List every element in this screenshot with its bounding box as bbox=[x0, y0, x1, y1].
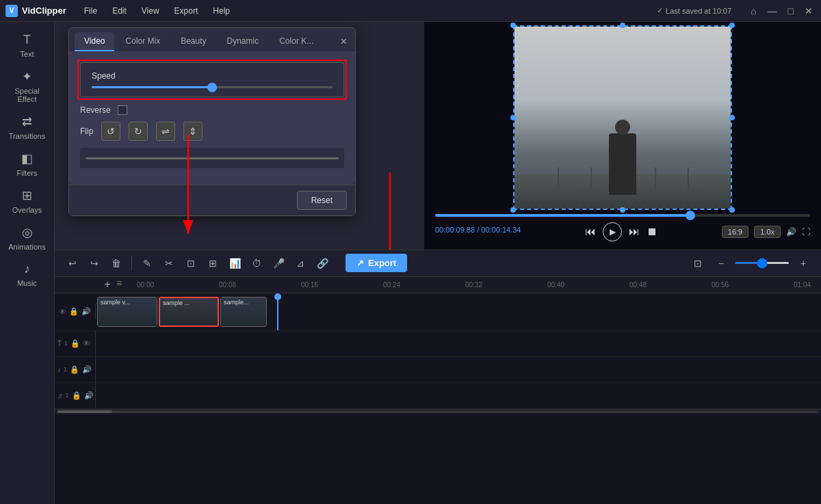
close-button[interactable]: ✕ bbox=[802, 5, 816, 16]
play-button[interactable]: ▶ bbox=[603, 222, 622, 241]
bar-chart-button[interactable]: 📊 bbox=[225, 254, 244, 273]
maximize-button[interactable]: □ bbox=[785, 5, 796, 16]
tab-dynamic[interactable]: Dynamic bbox=[218, 32, 269, 51]
scrollbar-thumb[interactable] bbox=[57, 410, 112, 413]
fullscreen-icon[interactable]: ⛶ bbox=[802, 227, 810, 237]
delete-button[interactable]: 🗑 bbox=[107, 254, 126, 273]
copy-button[interactable]: ⊞ bbox=[203, 254, 222, 273]
audio-track-icon: ♪ bbox=[57, 366, 61, 373]
tab-color-mix[interactable]: Color Mix bbox=[116, 32, 170, 51]
clip-3-label: sample... bbox=[224, 299, 249, 306]
empty-track-2-controls: ♪ 1 🔒 🔊 bbox=[55, 357, 96, 382]
sidebar-item-text[interactable]: T Text bbox=[3, 27, 51, 64]
empty-track-1-lock[interactable]: 🔒 bbox=[70, 339, 80, 348]
cut-button[interactable]: ✂ bbox=[159, 254, 179, 273]
home-icon[interactable]: ⌂ bbox=[748, 5, 759, 16]
menu-edit[interactable]: Edit bbox=[105, 5, 133, 17]
transform-button[interactable]: ⊿ bbox=[291, 254, 310, 273]
video-clip-2[interactable]: sample ... bbox=[159, 297, 219, 327]
clock-button[interactable]: ⏱ bbox=[247, 254, 266, 273]
save-status: ✓ Last saved at 10:07 bbox=[657, 6, 731, 15]
video-clip-3[interactable]: sample... bbox=[220, 297, 267, 327]
empty-track-2-audio[interactable]: 🔊 bbox=[82, 365, 92, 374]
minimize-button[interactable]: — bbox=[765, 5, 780, 16]
clip-1-label: sample v... bbox=[101, 299, 130, 306]
preview-progress-thumb[interactable] bbox=[686, 211, 695, 220]
toolbar: ↩ ↪ 🗑 ✎ ✂ ⊡ ⊞ 📊 ⏱ 🎤 ⊿ 🔗 ↗ Export ⊡ − + bbox=[55, 250, 821, 277]
link-button[interactable]: 🔗 bbox=[313, 254, 332, 273]
sidebar-item-special-effect[interactable]: ✦ Special Effect bbox=[3, 64, 51, 109]
next-frame-button[interactable]: ⏭ bbox=[629, 226, 640, 238]
playback-speed-selector[interactable]: 1.0x bbox=[754, 226, 781, 238]
rotate-ccw-button[interactable]: ↺ bbox=[101, 122, 120, 141]
reset-button[interactable]: Reset bbox=[297, 191, 347, 210]
empty-track-2-lock[interactable]: 🔒 bbox=[70, 365, 79, 374]
menu-help[interactable]: Help bbox=[206, 5, 237, 17]
preview-progress-bar[interactable] bbox=[435, 214, 810, 217]
tab-color-k[interactable]: Color K... bbox=[270, 32, 323, 51]
sidebar-item-music[interactable]: ♪ Music bbox=[3, 256, 51, 293]
empty-track-1-eye[interactable]: 👁 bbox=[83, 339, 90, 347]
stop-button[interactable]: ⏹ bbox=[647, 226, 657, 238]
fit-button[interactable]: ⊡ bbox=[688, 254, 707, 273]
menu-view[interactable]: View bbox=[135, 5, 166, 17]
panel-close-button[interactable]: × bbox=[338, 33, 350, 51]
panel-header: Video Color Mix Beauty Dynamic Color K..… bbox=[69, 28, 355, 51]
volume-icon[interactable]: 🔊 bbox=[786, 227, 796, 237]
zoom-out-button[interactable]: − bbox=[712, 254, 731, 273]
time-mark-2: 00:16 bbox=[301, 277, 318, 293]
preview-options: 16:9 1.0x 🔊 ⛶ bbox=[722, 226, 810, 238]
menu-export[interactable]: Export bbox=[168, 5, 205, 17]
clip-3-thumb: sample... bbox=[221, 297, 267, 326]
sidebar-item-animations[interactable]: ◎ Animations bbox=[3, 220, 51, 256]
track-lock-icon[interactable]: 🔒 bbox=[69, 307, 79, 316]
prev-frame-button[interactable]: ⏮ bbox=[585, 226, 596, 238]
timeline-menu-icon[interactable]: ≡ bbox=[116, 278, 122, 289]
add-track-button[interactable]: + bbox=[99, 277, 116, 293]
track-audio-icon[interactable]: 🔊 bbox=[81, 307, 91, 316]
video-clip-1[interactable]: sample v... bbox=[97, 297, 157, 327]
aspect-ratio-selector[interactable]: 16:9 bbox=[722, 226, 748, 238]
rotate-cw-button[interactable]: ↻ bbox=[129, 122, 148, 141]
sidebar-item-transitions[interactable]: ⇄ Transitions bbox=[3, 109, 51, 146]
resize-handle-br[interactable] bbox=[729, 207, 732, 210]
flip-vertical-button[interactable]: ⇕ bbox=[183, 122, 203, 141]
flip-horizontal-button[interactable]: ⇌ bbox=[156, 122, 175, 141]
crop-button[interactable]: ⊡ bbox=[181, 254, 200, 273]
timeline-scrollbar[interactable] bbox=[55, 409, 821, 414]
empty-track-3-lock[interactable]: 🔒 bbox=[72, 391, 81, 400]
video-track-content: sample v... sample ... sample... bbox=[96, 293, 821, 330]
zoom-slider[interactable] bbox=[735, 262, 790, 264]
speed-slider[interactable] bbox=[92, 86, 333, 88]
zoom-in-button[interactable]: + bbox=[794, 254, 813, 273]
speed-section: Speed bbox=[80, 62, 344, 97]
export-label: Export bbox=[368, 258, 396, 268]
empty-track-3-audio[interactable]: 🔊 bbox=[84, 391, 94, 400]
export-button[interactable]: ↗ Export bbox=[346, 254, 407, 272]
preview-timecode: 00:00:09.88 / 00:00:14.34 bbox=[435, 226, 521, 234]
edit-button[interactable]: ✎ bbox=[138, 254, 157, 273]
menu-file[interactable]: File bbox=[77, 5, 104, 17]
tab-video[interactable]: Video bbox=[75, 32, 114, 51]
resize-handle-b[interactable] bbox=[620, 207, 625, 210]
sidebar-label-overlays: Overlays bbox=[12, 206, 42, 214]
titlebar: V VidClipper File Edit View Export Help … bbox=[0, 0, 821, 22]
preview-time-total: 00:00:14.34 bbox=[481, 226, 521, 234]
sidebar-label-filters: Filters bbox=[17, 169, 38, 177]
preview-video bbox=[513, 25, 732, 210]
undo-button[interactable]: ↩ bbox=[63, 254, 82, 273]
time-mark-8: 01:04 bbox=[794, 277, 811, 293]
resize-handle-r[interactable] bbox=[729, 115, 732, 120]
redo-button[interactable]: ↪ bbox=[85, 254, 104, 273]
app-logo: V VidClipper bbox=[5, 5, 66, 17]
sidebar: T Text ✦ Special Effect ⇄ Transitions ◧ … bbox=[0, 22, 55, 504]
sidebar-item-overlays[interactable]: ⊞ Overlays bbox=[3, 183, 51, 220]
tab-beauty[interactable]: Beauty bbox=[171, 32, 216, 51]
sidebar-label-music: Music bbox=[17, 279, 37, 287]
sidebar-item-filters[interactable]: ◧ Filters bbox=[3, 146, 51, 183]
mic-button[interactable]: 🎤 bbox=[269, 254, 288, 273]
playhead-handle[interactable] bbox=[274, 293, 281, 300]
reverse-checkbox[interactable] bbox=[118, 105, 127, 115]
track-eye-icon[interactable]: 👁 bbox=[59, 308, 66, 316]
video-properties-panel: Video Color Mix Beauty Dynamic Color K..… bbox=[68, 27, 356, 216]
